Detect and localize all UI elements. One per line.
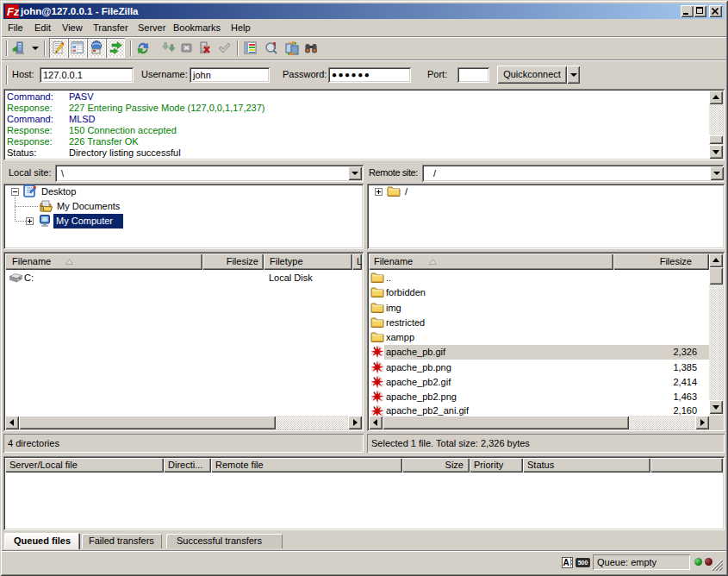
svg-text:A: A xyxy=(563,558,569,567)
svg-text:Fz: Fz xyxy=(7,5,19,18)
